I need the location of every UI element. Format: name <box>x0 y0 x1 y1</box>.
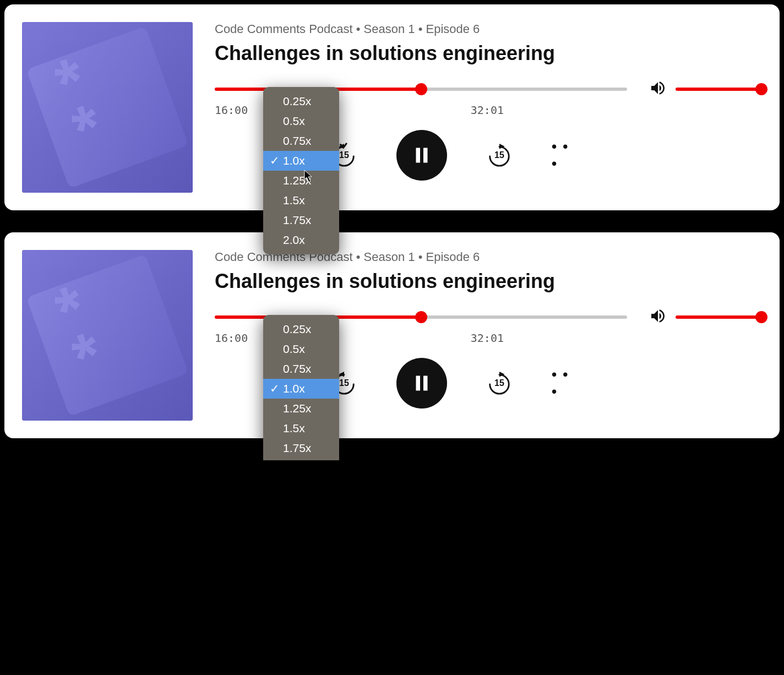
playback-speed-menu[interactable]: 0.25x0.5x0.75x✓1.0x1.25x1.5x1.75x2.0x <box>263 87 339 254</box>
speed-option[interactable]: ✓1.0x <box>263 379 339 399</box>
more-options-button[interactable]: • • • <box>552 369 579 397</box>
speed-option-label: 1.25x <box>283 402 311 415</box>
cover-art: ** <box>22 22 193 193</box>
speed-option[interactable]: 0.75x <box>263 359 339 379</box>
svg-rect-5 <box>416 376 421 391</box>
cover-art: ** <box>22 250 193 421</box>
speed-option-label: 2.0x <box>283 233 305 246</box>
episode-title: Challenges in solutions engineering <box>215 42 762 65</box>
svg-rect-2 <box>423 148 428 163</box>
speed-option-label: 1.25x <box>283 174 311 187</box>
speed-option[interactable]: 0.25x <box>263 91 339 111</box>
speed-option[interactable]: 0.25x <box>263 319 339 339</box>
time-duration: 32:01 <box>471 331 504 345</box>
svg-rect-1 <box>416 148 421 163</box>
svg-rect-6 <box>423 376 428 391</box>
skip-back-seconds: 15 <box>339 378 349 388</box>
skip-forward-button[interactable]: 15 <box>486 141 513 169</box>
skip-back-seconds: 15 <box>339 150 349 160</box>
time-duration: 32:01 <box>471 104 504 117</box>
volume-slider[interactable] <box>676 315 762 319</box>
speed-option[interactable]: 2.0x <box>263 458 339 460</box>
speed-option-label: 1.5x <box>283 194 305 206</box>
speed-option[interactable]: ✓1.0x <box>263 151 339 171</box>
speed-option[interactable]: 1.5x <box>263 190 339 210</box>
skip-forward-button[interactable]: 15 <box>486 369 513 397</box>
volume-icon[interactable] <box>649 79 667 99</box>
episode-title: Challenges in solutions engineering <box>215 270 762 293</box>
media-player-card: ** Code Comments Podcast • Season 1 • Ep… <box>4 4 780 210</box>
speed-option-label: 1.5x <box>283 422 305 434</box>
volume-icon[interactable] <box>649 307 667 327</box>
skip-forward-seconds: 15 <box>494 378 504 388</box>
speed-option[interactable]: 1.75x <box>263 210 339 230</box>
speed-option[interactable]: 0.5x <box>263 111 339 131</box>
pause-button[interactable] <box>396 358 447 409</box>
speed-option-label: 0.25x <box>283 323 311 335</box>
playback-speed-menu[interactable]: 0.25x0.5x0.75x✓1.0x1.25x1.5x1.75x2.0x <box>263 315 339 460</box>
ellipsis-icon: • • • <box>552 366 579 400</box>
speed-option-label: 1.75x <box>283 214 311 226</box>
speed-option-label: 1.75x <box>283 442 311 454</box>
speed-option[interactable]: 1.5x <box>263 418 339 438</box>
more-options-button[interactable]: • • • <box>552 141 579 169</box>
player-body: Code Comments Podcast • Season 1 • Episo… <box>215 250 762 421</box>
speed-option-label: 0.5x <box>283 115 305 127</box>
skip-forward-seconds: 15 <box>494 150 504 160</box>
player-body: Code Comments Podcast • Season 1 • Episo… <box>215 22 762 193</box>
speed-option[interactable]: 0.75x <box>263 131 339 151</box>
speed-option[interactable]: 1.75x <box>263 438 339 458</box>
media-player-card: ** Code Comments Podcast • Season 1 • Ep… <box>4 232 780 438</box>
speed-option-label: 0.75x <box>283 134 311 147</box>
speed-option-label: 1.0x <box>283 154 305 167</box>
speed-option-label: 0.5x <box>283 342 305 355</box>
pause-button[interactable] <box>396 130 447 181</box>
time-elapsed: 16:00 <box>215 331 248 345</box>
check-icon: ✓ <box>270 382 280 395</box>
speed-option-label: 1.0x <box>283 382 305 395</box>
speed-option[interactable]: 2.0x <box>263 230 339 250</box>
ellipsis-icon: • • • <box>552 138 579 172</box>
speed-option[interactable]: 1.25x <box>263 399 339 418</box>
time-elapsed: 16:00 <box>215 104 248 117</box>
speed-option-label: 0.25x <box>283 95 311 107</box>
speed-option-label: 0.75x <box>283 362 311 375</box>
episode-breadcrumb: Code Comments Podcast • Season 1 • Episo… <box>215 22 762 36</box>
speed-option[interactable]: 0.5x <box>263 339 339 359</box>
check-icon: ✓ <box>270 154 280 167</box>
volume-slider[interactable] <box>676 88 762 91</box>
speed-option[interactable]: 1.25x <box>263 171 339 190</box>
